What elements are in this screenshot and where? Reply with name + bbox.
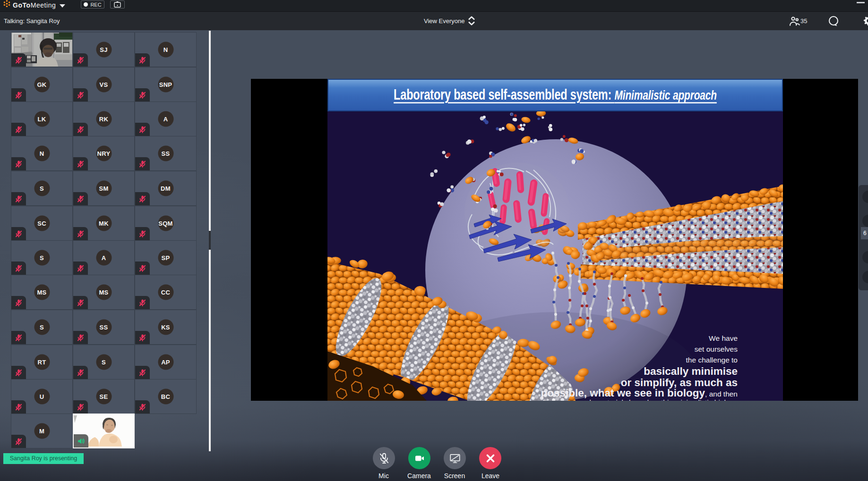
svg-text:produce man–made materials bas: produce man–made materials based on this… [530,398,738,401]
svg-text:set ourselves: set ourselves [695,345,738,353]
svg-text:basically minimise: basically minimise [644,365,738,377]
svg-text:the challenge to: the challenge to [686,356,738,364]
svg-text:We have: We have [709,334,738,342]
